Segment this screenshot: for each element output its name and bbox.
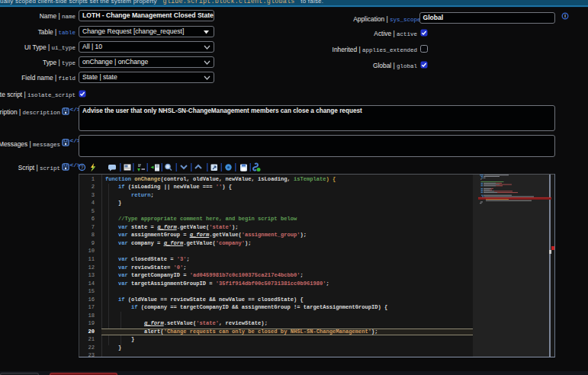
svg-text:?: ? <box>81 165 84 170</box>
